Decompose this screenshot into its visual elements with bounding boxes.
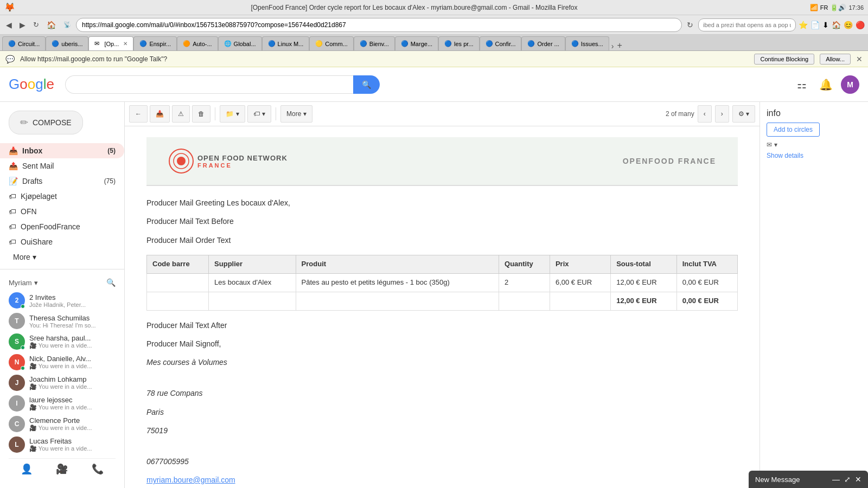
bell-icon[interactable]: 🔔 <box>817 76 834 93</box>
rss-button[interactable]: 📡 <box>61 20 74 29</box>
tab-confir[interactable]: 🔵 Confir... <box>480 36 522 50</box>
tab-enspir[interactable]: 🔵 Enspir... <box>133 36 177 50</box>
contact-laure[interactable]: l laure lejossec 🎥 You were in a vide... <box>9 393 116 414</box>
continue-blocking-button[interactable]: Continue Blocking <box>754 54 814 65</box>
tab-favicon-uberis: 🔵 <box>52 40 59 48</box>
addon-icon[interactable]: 🔴 <box>856 21 865 29</box>
refresh-button[interactable]: ↻ <box>30 20 42 30</box>
forward-button[interactable]: ▶ <box>17 20 28 30</box>
video-call-icon[interactable]: 🎥 <box>56 463 68 475</box>
home-icon2[interactable]: 🏠 <box>832 21 841 29</box>
contact-nick[interactable]: N Nick, Danielle, Alv... 🎥 You were in a… <box>9 352 116 373</box>
prev-email-button[interactable]: ‹ <box>698 105 712 123</box>
contact-invites[interactable]: 2 2 Invites Jože Hladnik, Peter... <box>9 290 116 311</box>
next-email-button[interactable]: › <box>715 105 729 123</box>
labels-button[interactable]: 🏷 ▾ <box>247 105 271 123</box>
tab-issues[interactable]: 🔵 Issues... <box>565 36 609 50</box>
sidebar-item-more[interactable]: More ▾ <box>0 249 124 265</box>
back-button[interactable]: ◀ <box>3 20 15 30</box>
tab-order[interactable]: 🔵 Order ... <box>521 36 565 50</box>
allow-button[interactable]: Allow... <box>820 54 851 65</box>
contact-theresa[interactable]: T Theresa Schumilas You: Hi Theresa! I'm… <box>9 311 116 331</box>
sidebar-item-inbox[interactable]: 📥 Inbox (5) <box>0 143 124 158</box>
tab-favicon-issues: 🔵 <box>571 40 579 48</box>
tab-marge[interactable]: 🔵 Marge... <box>395 36 438 50</box>
tab-gmail[interactable]: ✉ [Op... ✕ <box>88 36 133 50</box>
drafts-icon: 📝 <box>9 177 18 185</box>
contact-clemence[interactable]: C Clemence Porte 🎥 You were in a vide... <box>9 414 116 434</box>
user-avatar[interactable]: M <box>841 75 859 94</box>
sidebar-item-sent[interactable]: 📤 Sent Mail <box>0 158 124 174</box>
contact-lucas[interactable]: L Lucas Freitas 🎥 You were in a vide... <box>9 434 116 455</box>
new-tab-button[interactable]: + <box>614 41 625 50</box>
tab-circuit[interactable]: 🔵 Circuit... <box>2 36 46 50</box>
reader-icon[interactable]: 📄 <box>810 21 820 29</box>
tab-comm[interactable]: 🟡 Comm... <box>309 36 354 50</box>
cell-quantity: 2 <box>499 273 550 292</box>
add-to-circles-button[interactable]: Add to circles <box>767 123 820 137</box>
contact-sree[interactable]: S Sree harsha, paul... 🎥 You were in a v… <box>9 331 116 352</box>
show-details-link[interactable]: Show details <box>767 152 861 159</box>
more-actions-button[interactable]: More ▾ <box>280 105 312 123</box>
download-icon[interactable]: ⬇ <box>822 21 829 29</box>
minimize-compose-button[interactable]: — <box>832 475 840 484</box>
email-dropdown-arrow: ▾ <box>774 141 777 149</box>
google-logo: Google <box>9 76 54 93</box>
move-to-button[interactable]: 📁 ▾ <box>220 105 245 123</box>
email-dropdown[interactable]: ✉ ▾ <box>767 141 861 149</box>
contact-joachim[interactable]: J Joachim Lohkamp 🎥 You were in a vide..… <box>9 373 116 393</box>
tab-close-gmail[interactable]: ✕ <box>123 41 127 47</box>
tab-favicon-gmail: ✉ <box>94 40 102 48</box>
settings-button[interactable]: ⚙ ▾ <box>732 105 755 123</box>
contact-avatar-sree: S <box>9 333 25 350</box>
sidebar-item-openfoodfrance[interactable]: 🏷 OpenFoodFrance <box>0 219 124 234</box>
apps-icon[interactable]: ⚏ <box>793 76 810 93</box>
reload-button[interactable]: ↻ <box>684 20 696 30</box>
delete-button[interactable]: 🗑 <box>192 105 210 123</box>
home-button[interactable]: 🏠 <box>44 20 59 30</box>
compose-button[interactable]: ✏ COMPOSE <box>9 111 83 134</box>
cell-supplier: Les bocaux d'Alex <box>209 273 296 292</box>
phone-icon[interactable]: 📞 <box>92 463 104 475</box>
contact-preview-laure: 🎥 You were in a vide... <box>29 404 92 411</box>
contact-name-clemence: Clemence Porte <box>29 416 92 425</box>
tab-lesp[interactable]: 🔵 les pr... <box>438 36 479 50</box>
sidebar-item-ofn[interactable]: 🏷 OFN <box>0 204 124 219</box>
search-bar[interactable] <box>698 18 796 31</box>
search-container: 🔍 <box>65 75 380 94</box>
archive-icon: 📥 <box>156 110 164 118</box>
report-spam-button[interactable]: ⚠ <box>172 105 190 123</box>
close-compose-button[interactable]: ✕ <box>855 475 861 484</box>
address-bar[interactable] <box>76 18 682 32</box>
wifi-icon: 📶 <box>810 4 818 11</box>
email-link[interactable]: myriam.boure@gmail.com <box>146 476 235 484</box>
label-icon-1: 🏷 <box>9 192 16 201</box>
gmail-search-input[interactable] <box>65 75 353 94</box>
contacts-search-button[interactable]: 🔍 <box>106 278 116 287</box>
content-area: ✏ COMPOSE 📥 Inbox (5) 📤 Sent Mail 📝 Draf… <box>0 102 868 488</box>
add-person-icon[interactable]: 👤 <box>21 463 33 475</box>
contacts-chevron-icon: ▾ <box>34 279 38 287</box>
bookmark-icon[interactable]: ⭐ <box>799 21 808 29</box>
maximize-compose-button[interactable]: ⤢ <box>844 475 851 484</box>
tab-uberis[interactable]: 🔵 uberis... <box>46 36 88 50</box>
toolbar-sep-1 <box>215 107 215 120</box>
contact-name-sree: Sree harsha, paul... <box>29 334 92 342</box>
tab-global[interactable]: 🌐 Global... <box>218 36 262 50</box>
tab-favicon-enspir: 🔵 <box>139 40 147 48</box>
archive-button[interactable]: 📥 <box>150 105 170 123</box>
sidebar-item-drafts[interactable]: 📝 Drafts (75) <box>0 174 124 189</box>
sidebar-item-kjopelaget[interactable]: 🏷 Kjøpelaget <box>0 189 124 204</box>
col-produit: Produit <box>296 255 499 274</box>
tab-auto[interactable]: 🟠 Auto-... <box>177 36 218 50</box>
contact-info-laure: laure lejossec 🎥 You were in a vide... <box>29 396 92 411</box>
notification-close-button[interactable]: ✕ <box>856 55 863 63</box>
back-to-inbox-button[interactable]: ← <box>129 105 148 123</box>
tab-bienv[interactable]: 🔵 Bienv... <box>354 36 395 50</box>
emoji-icon[interactable]: 😊 <box>844 21 853 29</box>
tab-favicon-lesp: 🔵 <box>444 40 452 48</box>
tab-linux[interactable]: 🔵 Linux M... <box>262 36 310 50</box>
gmail-search-button[interactable]: 🔍 <box>353 75 380 94</box>
online-indicator-sree <box>21 345 25 350</box>
sidebar-item-ouishare[interactable]: 🏷 OuiShare <box>0 234 124 249</box>
